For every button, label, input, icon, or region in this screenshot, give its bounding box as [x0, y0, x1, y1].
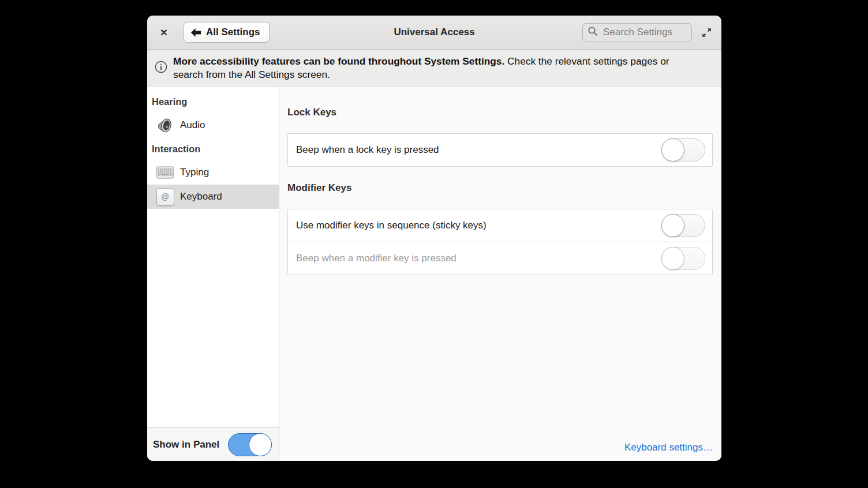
keyboard-settings-link[interactable]: Keyboard settings… [624, 442, 713, 453]
toggle-knob [661, 214, 684, 237]
banner-text: More accessibility features can be found… [173, 55, 686, 81]
setting-label: Use modifier keys in sequence (sticky ke… [296, 220, 487, 231]
titlebar: × All Settings Universal Access [147, 16, 721, 50]
sidebar-header-interaction: Interaction [147, 137, 279, 160]
sidebar-footer: Show in Panel [147, 427, 279, 461]
sidebar-header-hearing: Hearing [147, 90, 279, 113]
at-key-icon: @ [156, 188, 174, 206]
beep-modifier-key-toggle[interactable] [661, 247, 705, 270]
setting-row-beep-lock-key: Beep when a lock key is pressed [288, 134, 712, 166]
sidebar-item-label: Typing [180, 167, 209, 178]
section-header-modifier-keys: Modifier Keys [287, 182, 713, 194]
keyboard-icon [156, 166, 174, 179]
search-field[interactable] [582, 23, 692, 42]
setting-label: Beep when a modifier key is pressed [296, 253, 457, 264]
setting-row-sticky-keys: Use modifier keys in sequence (sticky ke… [288, 209, 712, 242]
sidebar-item-label: Keyboard [180, 191, 222, 202]
section-header-lock-keys: Lock Keys [287, 106, 713, 118]
titlebar-right [582, 23, 721, 42]
sidebar-item-label: Audio [180, 119, 205, 131]
sidebar-item-keyboard[interactable]: @ Keyboard [147, 185, 279, 209]
modifier-keys-card: Use modifier keys in sequence (sticky ke… [287, 209, 713, 275]
window-title: Universal Access [394, 27, 474, 38]
banner-text-bold: More accessibility features can be found… [173, 55, 504, 67]
lock-keys-card: Beep when a lock key is pressed [287, 133, 713, 167]
window-body: Hearing Audio Interaction [147, 87, 721, 461]
search-icon [588, 26, 598, 39]
info-icon [155, 61, 167, 76]
toggle-knob [249, 433, 272, 456]
speaker-icon [156, 117, 174, 134]
sidebar-item-audio[interactable]: Audio [147, 113, 279, 137]
show-in-panel-toggle[interactable] [228, 433, 272, 456]
back-arrow-icon [190, 28, 201, 37]
desktop-background: { "titlebar": { "close_glyph": "×", "bac… [0, 0, 868, 488]
sidebar-nav: Hearing Audio Interaction [147, 87, 279, 427]
sidebar: Hearing Audio Interaction [147, 87, 279, 461]
beep-lock-key-toggle[interactable] [661, 138, 705, 162]
at-key-glyph: @ [156, 188, 174, 206]
expand-icon[interactable] [699, 25, 714, 40]
toggle-knob [661, 247, 684, 270]
sidebar-item-typing[interactable]: Typing [147, 160, 279, 185]
universal-access-window: × All Settings Universal Access [147, 16, 721, 461]
close-button[interactable]: × [157, 25, 171, 39]
info-banner: More accessibility features can be found… [147, 50, 721, 87]
main-content: Lock Keys Beep when a lock key is presse… [279, 87, 721, 461]
toggle-knob [661, 138, 684, 162]
show-in-panel-label: Show in Panel [153, 439, 219, 451]
all-settings-label: All Settings [206, 27, 260, 38]
all-settings-button[interactable]: All Settings [184, 22, 270, 43]
setting-label: Beep when a lock key is pressed [296, 144, 439, 156]
sticky-keys-toggle[interactable] [661, 214, 705, 237]
setting-row-beep-modifier-key: Beep when a modifier key is pressed [288, 242, 712, 275]
search-input[interactable] [602, 26, 687, 39]
